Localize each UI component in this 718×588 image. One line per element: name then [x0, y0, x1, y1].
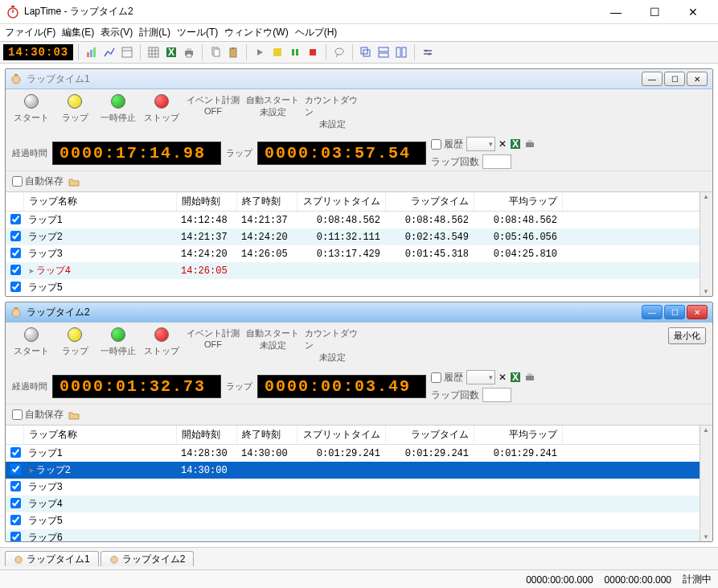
row-checkbox[interactable] [10, 265, 21, 275]
row-checkbox[interactable] [10, 447, 21, 458]
autostart-option[interactable]: 自動スタート未設定 [245, 327, 300, 352]
stop-red-icon[interactable] [305, 44, 321, 60]
col-avg[interactable]: 平均ラップ [474, 192, 562, 212]
print-small-icon[interactable] [524, 138, 535, 150]
stop-button[interactable]: ストップ [142, 327, 181, 357]
mdi-titlebar-1[interactable]: ラップタイム1 — ☐ ✕ [6, 69, 712, 89]
col-name[interactable]: ラップ名称 [23, 426, 176, 445]
copy-icon[interactable] [207, 44, 224, 60]
record-yellow-icon[interactable] [269, 44, 285, 60]
history-combo[interactable]: ▾ [466, 137, 495, 151]
col-name[interactable]: ラップ名称 [23, 192, 176, 212]
table-row[interactable]: ラップ4 [6, 495, 700, 512]
menu-measure[interactable]: 計測(L) [139, 26, 170, 39]
pause-button[interactable]: 一時停止 [99, 327, 137, 357]
history-checkbox[interactable]: 履歴 [431, 138, 463, 151]
settings-icon[interactable] [420, 44, 436, 60]
folder-icon[interactable] [68, 409, 80, 421]
start-button[interactable]: スタート [12, 327, 51, 357]
event-measure-option[interactable]: イベント計測OFF [186, 327, 240, 349]
mdi-close-1[interactable]: ✕ [687, 72, 708, 86]
pause-button[interactable]: 一時停止 [99, 94, 137, 124]
row-checkbox[interactable] [10, 481, 21, 491]
cascade-icon[interactable] [358, 44, 374, 60]
menu-help[interactable]: ヘルプ(H) [295, 26, 338, 39]
autostart-option[interactable]: 自動スタート未設定 [245, 94, 300, 118]
menu-edit[interactable]: 編集(E) [62, 26, 94, 39]
row-checkbox[interactable] [10, 282, 21, 292]
table-row[interactable]: ラップ5 [6, 512, 700, 529]
row-checkbox[interactable] [10, 231, 21, 241]
col-split[interactable]: スプリットタイム [297, 192, 385, 212]
table-row[interactable]: ラップ414:26:05 [6, 262, 700, 279]
mdi-maximize-2[interactable]: ☐ [664, 305, 685, 319]
row-checkbox[interactable] [10, 248, 21, 258]
lap-button[interactable]: ラップ [55, 94, 94, 124]
chart-bar-icon[interactable] [84, 44, 100, 60]
tab-laptime1[interactable]: ラップタイム1 [5, 551, 99, 566]
table-scrollbar-1[interactable] [700, 192, 712, 296]
pause-green-icon[interactable] [287, 44, 303, 60]
row-checkbox[interactable] [10, 464, 21, 475]
delete-icon[interactable]: ✕ [498, 372, 507, 383]
row-checkbox[interactable] [10, 532, 21, 542]
row-checkbox[interactable] [10, 498, 21, 508]
grid-icon[interactable] [146, 44, 162, 60]
table-row[interactable]: ラップ5 [6, 279, 700, 296]
countdown-option[interactable]: カウントダウン未設定 [305, 327, 359, 364]
col-lap[interactable]: ラップタイム [385, 426, 474, 445]
table-row[interactable]: ラップ214:30:00 [6, 462, 700, 479]
mdi-maximize-1[interactable]: ☐ [664, 72, 685, 86]
table-row[interactable]: ラップ114:12:4814:21:370:08:48.5620:08:48.5… [6, 212, 700, 229]
play-icon[interactable] [252, 44, 268, 60]
menu-view[interactable]: 表示(V) [101, 26, 133, 39]
autosave-checkbox[interactable]: 自動保存 [12, 408, 64, 421]
col-start[interactable]: 開始時刻 [176, 192, 236, 212]
col-lap[interactable]: ラップタイム [385, 192, 474, 212]
excel-export-icon[interactable]: X [510, 372, 521, 383]
mdi-minimize-2[interactable]: — [642, 305, 663, 319]
menu-tool[interactable]: ツール(T) [177, 26, 218, 39]
mdi-close-2[interactable]: ✕ [687, 305, 708, 319]
col-split[interactable]: スプリットタイム [297, 426, 385, 445]
col-end[interactable]: 終了時刻 [236, 192, 297, 212]
chart-settings-icon[interactable] [119, 44, 135, 60]
table-scrollbar-2[interactable] [700, 426, 712, 541]
countdown-option[interactable]: カウントダウン未設定 [305, 94, 359, 130]
chart-line-icon[interactable] [101, 44, 117, 60]
mdi-minimize-1[interactable]: — [642, 72, 663, 86]
history-checkbox[interactable]: 履歴 [431, 371, 463, 384]
table-row[interactable]: ラップ6 [6, 529, 700, 541]
paste-icon[interactable] [225, 44, 241, 60]
table-row[interactable]: ラップ314:24:2014:26:050:13:17.4290:01:45.3… [6, 245, 700, 262]
balloon-icon[interactable] [331, 44, 347, 60]
window-maximize-button[interactable]: ☐ [636, 1, 673, 23]
start-button[interactable]: スタート [12, 94, 51, 124]
tile-vertical-icon[interactable] [393, 44, 409, 60]
tab-laptime2[interactable]: ラップタイム2 [101, 551, 195, 566]
lap-count-input[interactable] [482, 154, 511, 169]
row-checkbox[interactable] [10, 515, 21, 525]
col-end[interactable]: 終了時刻 [236, 426, 297, 445]
event-measure-option[interactable]: イベント計測OFF [186, 94, 240, 116]
excel-icon[interactable]: X [163, 44, 179, 60]
minimize-button[interactable]: 最小化 [668, 327, 706, 344]
col-start[interactable]: 開始時刻 [176, 426, 236, 445]
menu-file[interactable]: ファイル(F) [5, 26, 55, 39]
folder-icon[interactable] [68, 176, 80, 187]
tile-horizontal-icon[interactable] [375, 44, 392, 60]
delete-icon[interactable]: ✕ [498, 138, 507, 150]
print-small-icon[interactable] [524, 372, 535, 383]
window-minimize-button[interactable]: — [597, 1, 634, 23]
col-avg[interactable]: 平均ラップ [474, 426, 562, 445]
print-icon[interactable] [181, 44, 197, 60]
mdi-titlebar-2[interactable]: ラップタイム2 — ☐ ✕ [6, 302, 712, 323]
lap-button[interactable]: ラップ [55, 327, 94, 357]
lap-count-input[interactable] [482, 388, 511, 402]
row-checkbox[interactable] [10, 214, 21, 224]
excel-export-icon[interactable]: X [510, 138, 521, 150]
stop-button[interactable]: ストップ [142, 94, 181, 124]
autosave-checkbox[interactable]: 自動保存 [12, 175, 64, 188]
history-combo[interactable]: ▾ [466, 370, 495, 384]
window-close-button[interactable]: ✕ [675, 1, 712, 23]
